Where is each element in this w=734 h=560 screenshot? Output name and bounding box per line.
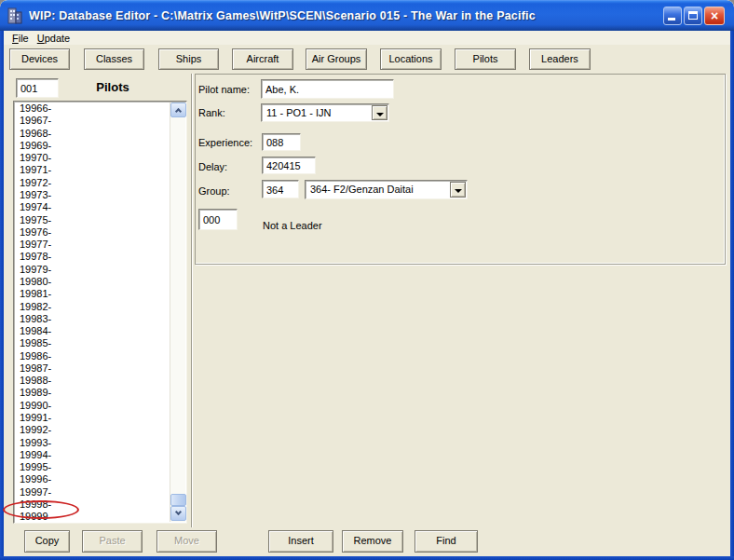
app-icon <box>7 7 23 24</box>
leader-status-text: Not a Leader <box>263 220 322 231</box>
rank-dropdown-button[interactable] <box>372 105 387 120</box>
pilot-list-item[interactable]: 19994- <box>15 449 169 461</box>
paste-button: Paste <box>82 530 143 553</box>
delay-label: Delay: <box>198 161 227 172</box>
close-button[interactable]: × <box>704 7 725 25</box>
find-button[interactable]: Find <box>415 530 478 553</box>
pilot-list-item[interactable]: 19998- <box>15 499 169 511</box>
window-border-left <box>0 31 4 556</box>
window-border-right <box>730 31 734 556</box>
pilot-list-item[interactable]: 19987- <box>15 362 169 375</box>
pilot-list-item[interactable]: 19990- <box>15 400 169 412</box>
pilot-name-input[interactable] <box>261 79 394 99</box>
nav-button-devices[interactable]: Devices <box>9 48 70 70</box>
maximize-button[interactable] <box>684 7 702 25</box>
record-number-input[interactable] <box>16 78 59 98</box>
experience-input[interactable] <box>262 133 301 151</box>
pilot-list-item[interactable]: 19980- <box>15 276 169 288</box>
title-bar[interactable]: WIP: Database Editor - C:\Matrix Games\W… <box>0 0 734 31</box>
pilot-listbox[interactable]: 19966- 19967- 19968- 19969- 19970- 19971… <box>13 101 187 524</box>
insert-button[interactable]: Insert <box>268 530 333 553</box>
group-label: Group: <box>198 185 230 197</box>
pilot-list-item[interactable]: 19968- <box>15 128 169 140</box>
remove-button[interactable]: Remove <box>342 530 403 553</box>
rank-label: Rank: <box>198 107 225 118</box>
pilot-list-item[interactable]: 19982- <box>15 301 169 313</box>
nav-button-air-groups[interactable]: Air Groups <box>306 48 367 70</box>
pilot-list-item[interactable]: 19970- <box>15 152 169 164</box>
menu-update[interactable]: Update <box>37 33 70 44</box>
pilot-list-item[interactable]: 19975- <box>15 214 169 226</box>
menu-file[interactable]: File <box>12 33 29 44</box>
scroll-thumb[interactable] <box>170 494 186 506</box>
copy-button[interactable]: Copy <box>24 530 70 553</box>
nav-button-ships[interactable]: Ships <box>158 48 219 70</box>
dropdown-arrow-icon <box>376 113 384 116</box>
pilot-list-item[interactable]: 19966- <box>15 102 169 115</box>
panel-separator <box>191 74 192 527</box>
window-title: WIP: Database Editor - C:\Matrix Games\W… <box>29 9 663 22</box>
experience-label: Experience: <box>198 137 252 148</box>
dropdown-arrow-icon <box>455 189 462 193</box>
pilot-list-item[interactable]: 19969- <box>15 140 169 152</box>
rank-select[interactable]: 11 - PO1 - IJN <box>261 103 389 122</box>
nav-button-classes[interactable]: Classes <box>84 48 144 70</box>
pilot-list: 19966- 19967- 19968- 19969- 19970- 19971… <box>15 102 169 522</box>
pilot-list-item[interactable]: 19981- <box>15 288 169 300</box>
window-border-bottom <box>0 556 734 560</box>
minimize-button[interactable] <box>663 7 682 25</box>
pilot-list-item[interactable]: 19997- <box>15 486 169 499</box>
move-button: Move <box>156 530 217 553</box>
pilot-list-item[interactable]: 19995- <box>15 461 169 473</box>
pilot-list-item[interactable]: 19978- <box>15 251 169 263</box>
pilot-list-item[interactable]: 19976- <box>15 226 169 239</box>
list-title: Pilots <box>59 80 167 94</box>
pilot-list-item[interactable]: 19977- <box>15 239 169 251</box>
scroll-down-button[interactable] <box>170 506 186 521</box>
pilot-list-item[interactable]: 19985- <box>15 337 169 349</box>
group-id-input[interactable] <box>262 180 299 198</box>
nav-button-locations[interactable]: Locations <box>380 48 442 70</box>
database-editor-window: WIP: Database Editor - C:\Matrix Games\W… <box>0 0 734 560</box>
delay-input[interactable] <box>262 157 316 174</box>
close-icon: × <box>705 7 724 25</box>
nav-button-pilots[interactable]: Pilots <box>455 48 516 70</box>
nav-button-aircraft[interactable]: Aircraft <box>232 48 293 70</box>
leader-id-input[interactable] <box>198 209 238 230</box>
pilot-list-item[interactable]: 19973- <box>15 189 169 201</box>
scroll-up-button[interactable] <box>170 102 186 117</box>
pilot-list-item[interactable]: 19989- <box>15 387 169 399</box>
pilot-list-item[interactable]: 19996- <box>15 473 169 485</box>
pilot-list-item[interactable]: 19974- <box>15 201 169 213</box>
pilot-list-item[interactable]: 19984- <box>15 325 169 337</box>
pilot-list-item[interactable]: 19986- <box>15 350 169 362</box>
maximize-icon <box>688 11 698 20</box>
pilot-list-item[interactable]: 19993- <box>15 437 169 449</box>
group-dropdown-button[interactable] <box>450 182 466 198</box>
pilot-list-item[interactable]: 19992- <box>15 424 169 436</box>
pilot-name-label: Pilot name: <box>198 84 250 95</box>
pilot-list-item[interactable]: 19979- <box>15 264 169 276</box>
nav-button-leaders[interactable]: Leaders <box>529 48 591 70</box>
chevron-down-icon <box>175 509 182 515</box>
list-scrollbar[interactable] <box>170 102 185 522</box>
pilot-list-item[interactable]: 19967- <box>15 115 169 127</box>
group-value: 364- F2/Genzan Daitai <box>310 184 414 195</box>
pilot-list-item[interactable]: 19988- <box>15 375 169 387</box>
pilot-list-item[interactable]: 19999- <box>15 511 169 522</box>
pilot-list-item[interactable]: 19972- <box>15 177 169 189</box>
menu-bar: File Update <box>4 31 730 45</box>
rank-value: 11 - PO1 - IJN <box>266 107 331 118</box>
pilot-list-item[interactable]: 19991- <box>15 412 169 424</box>
minimize-icon <box>668 18 675 20</box>
pilot-list-item[interactable]: 19971- <box>15 164 169 176</box>
chevron-up-icon <box>175 108 182 115</box>
group-select[interactable]: 364- F2/Genzan Daitai <box>305 180 468 199</box>
pilot-list-item[interactable]: 19983- <box>15 313 169 325</box>
